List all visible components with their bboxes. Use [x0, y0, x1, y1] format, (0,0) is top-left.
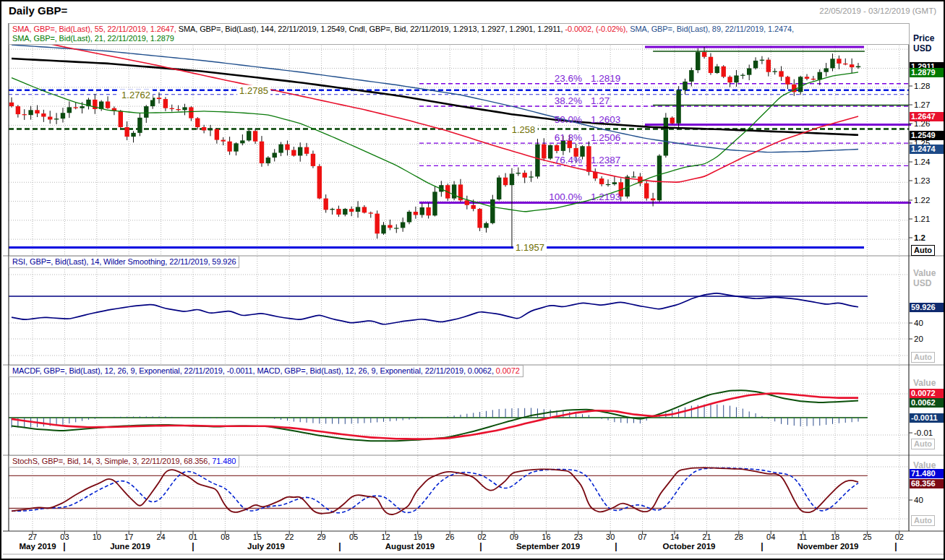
x-axis-day-tick: 22: [285, 533, 294, 541]
macd-last-value-badge: 0.0062: [910, 398, 944, 408]
macd-last-value-badge: 0.0072: [910, 389, 944, 398]
chart-window: Daily GBP= 22/05/2019 - 03/12/2019 (GMT)…: [0, 0, 945, 560]
x-axis-day-tick: 26: [445, 533, 454, 541]
x-axis-day-tick: 23: [574, 533, 583, 541]
x-axis-day-tick: 04: [766, 533, 775, 541]
chart-canvas[interactable]: [1, 1, 945, 560]
price-axis-header: USD: [913, 43, 931, 53]
stoch-axis-tick-label: 40: [914, 496, 923, 504]
macd-last-value-badge: -0.0011: [910, 413, 944, 423]
fib-level-label: 100.0%1.2193: [534, 191, 620, 202]
stoch-legend-segment: 71.480: [212, 457, 236, 465]
x-axis-month-label: September 2019: [516, 542, 580, 551]
fib-level-label: 23.6%1.2819: [534, 72, 620, 83]
fib-pct: 23.6%: [534, 72, 582, 83]
x-axis-month-label: August 2019: [385, 542, 435, 551]
macd-axis-header: Value: [913, 378, 936, 388]
x-axis-day-tick: 28: [735, 533, 743, 541]
stoch-last-value-badge: 71.480: [910, 469, 944, 478]
x-axis-month-label: October 2019: [663, 542, 716, 551]
fib-price: 1.2506: [591, 132, 620, 143]
price-legend-segment: -0.0002, (-0.02%),: [565, 25, 630, 33]
level-label-1.2762: 1.2762: [119, 89, 153, 100]
macd-legend-segment: MACDF, GBP=, Bid(Last), 12, 26, 9, Expon…: [12, 366, 496, 375]
fib-price: 1.27: [591, 95, 610, 106]
fib-pct: 76.4%: [534, 155, 582, 165]
x-axis-day-tick: 29: [317, 533, 325, 541]
price-legend-segment: SMA, GBP=, Bid(Last), 55, 22/11/2019, 1.…: [12, 25, 179, 33]
x-axis-day-tick: 02: [895, 533, 904, 541]
fib-level-label: 38.2%1.27: [534, 95, 610, 106]
fib-price: 1.2603: [591, 113, 620, 124]
macd-axis-tick-label: -0.01: [914, 428, 933, 437]
x-axis-month-separator: |: [761, 541, 763, 551]
x-axis-day-tick: 15: [253, 533, 262, 541]
price-legend-segment: SMA, GBP=, Bid(Last), 21, 22/11/2019, 1.…: [12, 34, 174, 43]
x-axis-month-separator: |: [338, 541, 341, 551]
fib-pct: 61.8%: [534, 132, 582, 143]
x-axis-day-tick: 19: [414, 533, 422, 541]
fib-pct: 100.0%: [534, 191, 582, 202]
price-legend-segment: SMA, GBP=, Bid(Last), 89, 22/11/2019, 1.…: [630, 25, 794, 33]
price-last-value-badge: 1.2647: [910, 112, 944, 121]
fib-pct: 50.0%: [534, 113, 582, 124]
rsi-panel-legend[interactable]: RSI, GBP=, Bid(Last), 14, Wilder Smoothi…: [9, 256, 239, 268]
x-axis-month-label: July 2019: [247, 542, 285, 551]
price-axis-tick-label: 1.24: [914, 158, 930, 166]
rsi-last-value-badge: 59.926: [910, 303, 944, 312]
price-axis-tick-label: 1.23: [914, 176, 930, 185]
x-axis-month-separator: |: [615, 541, 617, 551]
x-axis-day-tick: 18: [831, 533, 839, 541]
x-axis-month-separator: |: [192, 541, 194, 551]
x-axis-month-separator: |: [63, 541, 65, 551]
price-last-value-badge: 1.2879: [910, 68, 944, 77]
fib-level-label: 76.4%1.2387: [534, 155, 620, 165]
price-last-value-badge: 1.2549: [910, 131, 944, 140]
macd-auto-scale-button[interactable]: Auto: [911, 439, 935, 449]
price-last-value-badge: 1.2474: [910, 145, 944, 154]
x-axis-month-separator: |: [479, 541, 482, 551]
price-axis-header: Price: [913, 33, 934, 43]
x-axis-day-tick: 25: [863, 533, 871, 541]
x-axis-day-tick: 12: [381, 533, 390, 541]
price-auto-scale-button[interactable]: Auto: [911, 245, 935, 256]
x-axis-day-tick: 05: [349, 533, 358, 541]
price-axis-tick-label: 1.2: [914, 233, 925, 242]
time-range-label: 22/05/2019 - 03/12/2019 (GMT): [819, 7, 936, 15]
price-panel-legend[interactable]: SMA, GBP=, Bid(Last), 55, 22/11/2019, 1.…: [9, 23, 910, 45]
stoch-auto-scale-button[interactable]: Auto: [911, 515, 935, 526]
x-axis-day-tick: 10: [93, 533, 101, 541]
rsi-axis-header: USD: [913, 278, 931, 288]
rsi-auto-scale-button[interactable]: Auto: [911, 352, 935, 363]
x-axis-day-tick: 01: [189, 533, 197, 541]
fib-price: 1.2193: [591, 191, 620, 202]
price-axis-tick-label: 1.28: [914, 82, 930, 90]
stoch-last-value-badge: 68.356: [910, 479, 944, 488]
rsi-axis-tick-label: 20: [914, 335, 923, 343]
x-axis-day-tick: 08: [221, 533, 229, 541]
rsi-axis-header: Value: [913, 268, 936, 278]
price-legend-segment: SMA, GBP=, Bid(Last), 144, 22/11/2019, 1…: [179, 25, 565, 33]
price-axis-tick-label: 1.22: [914, 196, 930, 204]
x-axis-month-label: May 2019: [19, 542, 56, 551]
level-label-1.258: 1.258: [510, 124, 538, 134]
x-axis-day-tick: 11: [799, 533, 807, 541]
macd-panel-legend[interactable]: MACDF, GBP=, Bid(Last), 12, 26, 9, Expon…: [9, 365, 523, 377]
x-axis-day-tick: 09: [510, 533, 518, 541]
macd-legend-segment: 0.0072: [496, 366, 520, 375]
fib-pct: 38.2%: [534, 95, 582, 106]
x-axis-month-label: June 2019: [110, 542, 150, 551]
fib-price: 1.2387: [591, 155, 620, 165]
x-axis-day-tick: 03: [60, 533, 69, 541]
fib-level-label: 61.8%1.2506: [534, 132, 620, 143]
level-label-1.1957: 1.1957: [513, 242, 547, 253]
x-axis-day-tick: 30: [606, 533, 615, 541]
level-label-1.2785: 1.2785: [237, 85, 270, 95]
x-axis-day-tick: 17: [124, 533, 133, 541]
x-axis-day-tick: 27: [28, 533, 37, 541]
stoch-legend-segment: StochS, GBP=, Bid, 14, 3, Simple, 3, 22/…: [12, 457, 212, 465]
price-axis-tick-label: 1.27: [914, 100, 930, 109]
stoch-panel-legend[interactable]: StochS, GBP=, Bid, 14, 3, Simple, 3, 22/…: [9, 455, 239, 468]
x-axis-day-tick: 02: [477, 533, 486, 541]
page-title: Daily GBP=: [9, 4, 67, 17]
